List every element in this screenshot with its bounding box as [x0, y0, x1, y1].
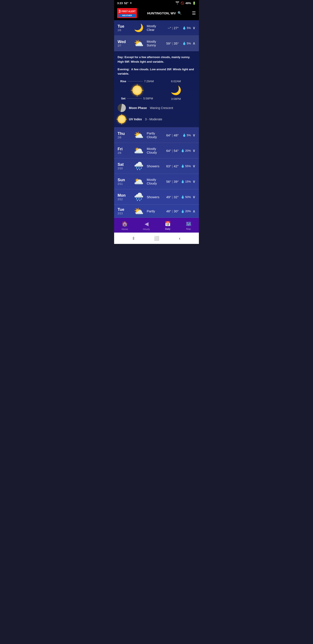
- search-icon[interactable]: 🔍: [178, 11, 182, 15]
- home-icon: 🏠: [121, 221, 128, 227]
- drop-icon-4: 💧: [181, 164, 185, 168]
- forecast-row-wed-2-7[interactable]: Wed 2/7 ⛅ MostlySunny 59°|35° 💧 5% ∧: [114, 36, 199, 51]
- recent-apps-button[interactable]: ⦀: [133, 236, 134, 241]
- precip-pct-2: 5%: [187, 134, 191, 137]
- chevron-7[interactable]: ∧: [193, 209, 195, 214]
- temps-6: 49°|32°: [166, 195, 179, 199]
- weather-icon-4: 🌧️: [133, 162, 145, 170]
- condition-6: Showers: [147, 195, 166, 199]
- forecast-row-tue-2-6[interactable]: Tue 2/6 🌙 MostlyClear --°|27° 💧 5% ∨: [114, 20, 199, 36]
- precip-pct-6: 50%: [185, 196, 191, 199]
- weather-icon-0: 🌙: [133, 23, 145, 32]
- block-icon: 🚫: [181, 2, 184, 5]
- time: 3:23: [117, 2, 123, 5]
- uv-value: 3 - Moderate: [145, 118, 162, 121]
- temps-4: 63°|42°: [166, 164, 179, 168]
- battery-pct: 49%: [185, 2, 191, 5]
- drop-icon-1: 💧: [182, 42, 186, 45]
- day-name-1: Wed: [118, 40, 131, 44]
- chevron-3[interactable]: ∨: [193, 148, 195, 153]
- chevron-6[interactable]: ∨: [193, 194, 195, 199]
- precip-1: 💧 5%: [181, 42, 191, 45]
- nav-hourly[interactable]: ◀ Hourly: [139, 220, 154, 231]
- logo: 3 FIRST ALERT WEATHER: [117, 8, 137, 18]
- precip-7: 💧 20%: [181, 210, 191, 213]
- temps-1: 59°|35°: [166, 42, 179, 45]
- chevron-1[interactable]: ∧: [193, 41, 195, 46]
- moon-phase-value: Waning Crescent: [150, 106, 173, 110]
- sun-symbol: [132, 86, 142, 95]
- weather-icon-2: ⛅: [133, 130, 145, 140]
- condition-4: Showers: [147, 164, 166, 168]
- nav-home-label: Home: [122, 228, 128, 230]
- moon-rise-time: 6:02AM: [171, 80, 181, 83]
- drop-icon-6: 💧: [181, 195, 185, 199]
- drop-icon-2: 💧: [182, 133, 186, 137]
- forecast-row-sun-2-11[interactable]: Sun 2/11 🌥️ MostlyCloudy 56°|39° 💧 15% ∨: [114, 174, 199, 189]
- uv-label: UV Index: [129, 118, 142, 121]
- set-label: Set: [121, 97, 125, 100]
- chevron-2[interactable]: ∨: [193, 133, 195, 138]
- drop-icon-7: 💧: [181, 210, 185, 213]
- nav-daily[interactable]: 📅 Daily: [160, 220, 175, 231]
- temps-2: 64°|48°: [166, 133, 179, 137]
- sun-set-time: 5:58PM: [143, 97, 153, 100]
- day-date-2: 2/8: [118, 136, 131, 139]
- map-icon: 🗺️: [186, 221, 192, 227]
- day-date-5: 2/11: [118, 182, 131, 185]
- chevron-5[interactable]: ∨: [193, 179, 195, 184]
- moon-phase-icon: [118, 104, 126, 112]
- bottom-nav: 🏠 Home ◀ Hourly 📅 Daily 🗺️ Map: [114, 218, 199, 232]
- weather-icon-7: ⛅: [133, 207, 145, 216]
- forecast-row-thu-2-8[interactable]: Thu 2/8 ⛅ PartlyCloudy 64°|48° 💧 5% ∨: [114, 128, 199, 143]
- condition-7: Partly: [147, 209, 166, 213]
- temps-3: 64°|54°: [166, 149, 179, 152]
- nav-map[interactable]: 🗺️ Map: [181, 220, 196, 231]
- condition-5: MostlyCloudy: [147, 178, 166, 185]
- temps-7: 48°|30°: [166, 209, 179, 213]
- logo-num: 3: [118, 9, 121, 14]
- nav-home[interactable]: 🏠 Home: [117, 220, 132, 231]
- precip-pct-0: 5%: [187, 26, 191, 30]
- moon-phase-label: Moon Phase: [129, 106, 147, 110]
- condition-3: MostlyCloudy: [147, 147, 166, 154]
- day-date-6: 2/12: [118, 198, 131, 201]
- menu-icon[interactable]: ☰: [192, 10, 196, 16]
- precip-pct-4: 55%: [185, 164, 191, 168]
- precip-2: 💧 5%: [181, 133, 191, 137]
- day-text: Except for a few afternoon clouds, mainl…: [118, 56, 190, 63]
- day-info-1: Wed 2/7: [118, 40, 131, 47]
- back-button[interactable]: ‹: [179, 236, 180, 241]
- forecast-row-fri-2-9[interactable]: Fri 2/9 🌥️ MostlyCloudy 64°|54° 💧 20% ∨: [114, 143, 199, 158]
- forecast-row-tue-2-13[interactable]: Tue 2/13 ⛅ Partly 48°|30° 💧 20% ∧: [114, 205, 199, 218]
- day-info-3: Fri 2/9: [118, 147, 131, 154]
- weather-icon-3: 🌥️: [133, 146, 145, 155]
- chevron-4[interactable]: ∨: [193, 164, 195, 168]
- temps-0: --°|27°: [168, 26, 179, 30]
- day-label: Day:: [118, 56, 124, 59]
- status-temp: 52°: [124, 2, 128, 5]
- day-info-6: Mon 2/12: [118, 193, 131, 201]
- forecast-row-sat-2-10[interactable]: Sat 2/10 🌧️ Showers 63°|42° 💧 55% ∨: [114, 158, 199, 174]
- daily-icon: 📅: [165, 221, 171, 227]
- moon-set-time: 3:08PM: [171, 97, 181, 100]
- day-name-4: Sat: [118, 162, 131, 167]
- precip-0: 💧 5%: [181, 26, 191, 30]
- precip-pct-5: 15%: [185, 180, 191, 183]
- forecast-row-mon-2-12[interactable]: Mon 2/12 🌧️ Showers 49°|32° 💧 50% ∨: [114, 189, 199, 205]
- day-date-0: 2/6: [118, 29, 131, 32]
- detail-panel-wed: Day: Except for a few afternoon clouds, …: [114, 51, 199, 128]
- sun-rise-time: 7:29AM: [144, 80, 154, 83]
- precip-5: 💧 15%: [181, 180, 191, 183]
- wifi-icon: [175, 1, 179, 5]
- temps-5: 56°|39°: [166, 180, 179, 184]
- condition-1: MostlySunny: [147, 40, 166, 47]
- day-name-6: Mon: [118, 193, 131, 198]
- chevron-0[interactable]: ∨: [193, 26, 195, 30]
- status-left: 3:23 52° ✕: [117, 2, 132, 5]
- day-name-3: Fri: [118, 147, 131, 152]
- weather-icon-6: 🌧️: [133, 192, 145, 202]
- day-info-2: Thu 2/8: [118, 132, 131, 139]
- home-button[interactable]: ⬜: [154, 236, 159, 241]
- weather-icon-1: ⛅: [133, 39, 145, 48]
